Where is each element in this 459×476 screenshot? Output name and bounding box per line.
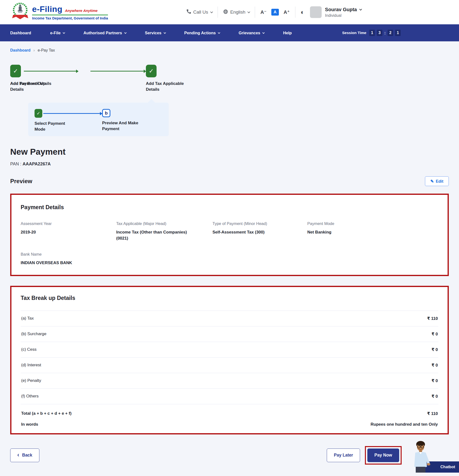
brand-tagline: Anywhere Anytime <box>65 9 97 13</box>
page-content: Dashboard › e-Pay Tax ✓ Add Tax Applicab… <box>0 48 459 465</box>
tax-breakup-panel: Tax Break up Details (a) Tax ₹ 110 (b) S… <box>10 286 449 434</box>
step-add-tax-applicable: ✓ Add Tax Applicable Details <box>146 65 192 92</box>
table-row: (f) Others ₹ 0 <box>21 389 438 404</box>
nav-item-efile[interactable]: e-File <box>50 31 64 35</box>
call-us-label: Call Us <box>193 9 208 15</box>
font-decrease-button[interactable]: A⁻ <box>260 9 266 15</box>
total-row: Total (a + b + c + d + e + f) ₹ 110 <box>21 404 438 416</box>
table-row: (b) Surcharge ₹ 0 <box>21 326 438 342</box>
divider <box>218 7 218 18</box>
nav-item-authorised-partners[interactable]: Authorised Partners <box>83 31 126 35</box>
substep-label: Select Payment Mode <box>35 121 76 132</box>
pay-now-label: Pay Now <box>374 453 392 458</box>
step-label: Add Tax Applicable Details <box>146 81 188 92</box>
nav-item-dashboard[interactable]: Dashboard <box>10 31 31 35</box>
step-check-icon: ✓ <box>146 65 157 77</box>
field-type-of-payment: Type of Payment (Minor Head) Self-Assess… <box>212 221 307 241</box>
table-row: (c) Cess ₹ 0 <box>21 342 438 358</box>
chatbot-label: Chatbot <box>441 465 455 469</box>
substep-check-icon: ✓ <box>35 109 42 118</box>
chatbot-mascot-icon[interactable] <box>411 440 432 474</box>
user-name: Sourav Gupta <box>325 7 357 12</box>
font-increase-button[interactable]: A⁺ <box>284 9 290 15</box>
call-us-menu[interactable]: Call Us <box>186 9 212 15</box>
payment-details-title: Payment Details <box>21 204 438 211</box>
substep-label: Preview And Make Payment <box>102 120 153 132</box>
total-label: Total (a + b + c + d + e + f) <box>21 411 71 416</box>
field-assessment-year: Assessment Year 2019-20 <box>21 221 116 241</box>
brand-logo: e-Filing Anywhere Anytime Income Tax Dep… <box>12 2 108 23</box>
edit-button[interactable]: ✎ Edit <box>425 176 449 186</box>
payment-substeps-panel: ✓ Select Payment Mode b Preview And Make… <box>28 103 169 136</box>
breadcrumb: Dashboard › e-Pay Tax <box>10 48 449 53</box>
in-words-value: Rupees one hundred and ten Only <box>371 422 438 427</box>
divider <box>295 7 295 18</box>
nav-item-pending-actions[interactable]: Pending Actions <box>184 31 220 35</box>
session-digit: 2 <box>388 30 393 36</box>
table-row: (d) Interest ₹ 0 <box>21 358 438 373</box>
pay-later-label: Pay Later <box>334 453 353 458</box>
table-row: (a) Tax ₹ 110 <box>21 311 438 326</box>
font-default-button[interactable]: A <box>271 9 279 16</box>
chevron-down-icon <box>124 31 127 34</box>
brand-rule <box>32 15 108 15</box>
back-button-label: Back <box>22 453 32 458</box>
in-words-row: In words Rupees one hundred and ten Only <box>21 416 438 427</box>
pay-now-highlight: Pay Now <box>365 446 402 465</box>
chevron-down-icon <box>218 31 220 34</box>
language-label: English <box>230 9 245 15</box>
chevron-down-icon <box>359 8 362 10</box>
chevron-left-icon: ‹ <box>17 452 19 458</box>
govt-emblem-icon <box>12 2 28 23</box>
field-payment-mode: Payment Mode Net Banking <box>307 221 438 241</box>
field-tax-applicable: Tax Applicable (Major Head) Income Tax (… <box>116 221 212 241</box>
pan-label: PAN : <box>10 162 21 166</box>
session-timer: Session Time 1 3 : 2 1 <box>342 30 401 36</box>
field-bank-name: Bank Name INDIAN OVERSEAS BANK <box>21 252 116 266</box>
font-size-controls: A⁻ A A⁺ <box>260 9 290 16</box>
step-label: Add Payment Details <box>10 81 53 87</box>
pay-now-button[interactable]: Pay Now <box>367 449 399 462</box>
chevron-down-icon <box>247 10 250 13</box>
stepper-connector <box>90 71 144 72</box>
tax-breakup-rows: (a) Tax ₹ 110 (b) Surcharge ₹ 0 (c) Cess… <box>21 311 438 404</box>
back-button[interactable]: ‹ Back <box>10 449 39 462</box>
language-menu[interactable]: English <box>223 9 249 15</box>
user-role: Individual <box>325 13 361 18</box>
breadcrumb-dashboard-link[interactable]: Dashboard <box>10 48 31 53</box>
user-menu[interactable]: Sourav Gupta Individual <box>310 6 361 18</box>
avatar <box>310 6 322 18</box>
session-separator: : <box>384 31 386 35</box>
step-check-icon: ✓ <box>10 65 21 77</box>
pay-later-button[interactable]: Pay Later <box>327 449 360 462</box>
nav-item-services[interactable]: Services <box>145 31 165 35</box>
payment-stepper: ✓ Add Tax Applicable Details ✓ Add Tax B… <box>10 65 449 93</box>
table-row: (e) Penalty ₹ 0 <box>21 373 438 389</box>
pencil-icon: ✎ <box>430 179 434 184</box>
divider <box>255 7 255 18</box>
chevron-down-icon <box>63 31 65 34</box>
session-time-label: Session Time <box>342 31 366 35</box>
pan-value: AAAPA2267A <box>23 162 51 166</box>
phone-icon <box>186 9 191 15</box>
step-add-payment-details: ✓ Add Payment Details <box>10 65 56 87</box>
session-digit: 1 <box>369 30 375 36</box>
edit-button-label: Edit <box>436 179 443 184</box>
pan-line: PAN : AAAPA2267A <box>10 162 449 167</box>
breadcrumb-separator: › <box>34 48 35 53</box>
preview-header-row: Preview ✎ Edit <box>10 176 449 186</box>
brand-subtitle: Income Tax Department, Government of Ind… <box>32 16 108 20</box>
nav-item-grievances[interactable]: Grievances <box>238 31 264 35</box>
preview-section-title: Preview <box>10 178 32 185</box>
total-value: ₹ 110 <box>427 411 438 416</box>
app-header: e-Filing Anywhere Anytime Income Tax Dep… <box>0 0 459 24</box>
session-digit: 3 <box>377 30 382 36</box>
chevron-down-icon <box>262 31 265 34</box>
chevron-down-icon <box>164 31 166 34</box>
contrast-toggle-icon[interactable]: ◐ <box>301 9 305 16</box>
substep-preview-and-make-payment: b Preview And Make Payment <box>102 109 153 132</box>
nav-item-help[interactable]: Help <box>283 31 292 35</box>
substep-select-payment-mode: ✓ Select Payment Mode <box>35 109 76 132</box>
chevron-down-icon <box>210 10 213 13</box>
session-digit: 1 <box>395 30 401 36</box>
